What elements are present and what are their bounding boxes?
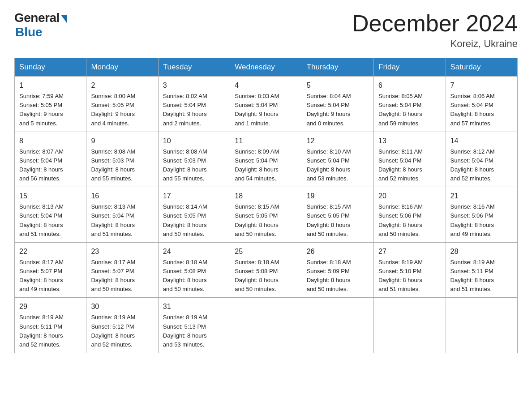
day-number: 17 bbox=[163, 191, 225, 201]
day-info: Sunrise: 8:16 AMSunset: 5:06 PMDaylight:… bbox=[450, 202, 513, 239]
logo-arrow-icon bbox=[61, 15, 67, 23]
day-info: Sunrise: 8:18 AMSunset: 5:09 PMDaylight:… bbox=[307, 258, 369, 294]
calendar-cell: 17Sunrise: 8:14 AMSunset: 5:05 PMDayligh… bbox=[158, 187, 230, 243]
location-text: Koreiz, Ukraine bbox=[352, 38, 518, 50]
calendar-cell: 20Sunrise: 8:16 AMSunset: 5:06 PMDayligh… bbox=[374, 187, 446, 243]
day-info: Sunrise: 8:03 AMSunset: 5:04 PMDaylight:… bbox=[235, 92, 297, 128]
day-info: Sunrise: 8:16 AMSunset: 5:06 PMDaylight:… bbox=[378, 202, 441, 239]
calendar-cell: 4Sunrise: 8:03 AMSunset: 5:04 PMDaylight… bbox=[230, 77, 302, 132]
calendar-header-row: SundayMondayTuesdayWednesdayThursdayFrid… bbox=[15, 58, 518, 77]
day-info: Sunrise: 8:13 AMSunset: 5:04 PMDaylight:… bbox=[19, 202, 82, 239]
weekday-header-wednesday: Wednesday bbox=[230, 58, 302, 77]
day-number: 31 bbox=[163, 301, 225, 312]
weekday-header-sunday: Sunday bbox=[15, 58, 86, 77]
month-title: December 2024 bbox=[352, 11, 518, 36]
day-number: 7 bbox=[450, 80, 513, 91]
day-info: Sunrise: 8:05 AMSunset: 5:04 PMDaylight:… bbox=[378, 92, 441, 128]
day-number: 1 bbox=[19, 80, 82, 91]
day-number: 3 bbox=[163, 80, 225, 91]
day-number: 8 bbox=[19, 136, 82, 146]
day-info: Sunrise: 8:04 AMSunset: 5:04 PMDaylight:… bbox=[307, 92, 369, 128]
calendar-cell bbox=[302, 298, 373, 353]
weekday-header-saturday: Saturday bbox=[446, 58, 517, 77]
calendar-cell: 22Sunrise: 8:17 AMSunset: 5:07 PMDayligh… bbox=[15, 242, 86, 298]
day-info: Sunrise: 8:19 AMSunset: 5:11 PMDaylight:… bbox=[450, 258, 513, 294]
calendar-week-row: 1Sunrise: 7:59 AMSunset: 5:05 PMDaylight… bbox=[15, 77, 518, 132]
calendar-cell: 14Sunrise: 8:12 AMSunset: 5:04 PMDayligh… bbox=[446, 132, 517, 187]
title-section: December 2024 Koreiz, Ukraine bbox=[352, 11, 518, 50]
day-number: 9 bbox=[91, 136, 153, 146]
day-number: 25 bbox=[235, 246, 297, 257]
day-info: Sunrise: 8:08 AMSunset: 5:03 PMDaylight:… bbox=[163, 147, 225, 184]
day-number: 5 bbox=[307, 80, 369, 91]
calendar-cell bbox=[446, 298, 517, 353]
day-number: 27 bbox=[378, 246, 441, 257]
day-number: 12 bbox=[307, 136, 369, 146]
day-number: 26 bbox=[307, 246, 369, 257]
calendar-cell bbox=[374, 298, 446, 353]
day-number: 30 bbox=[91, 301, 153, 312]
day-number: 16 bbox=[91, 191, 153, 201]
calendar-cell: 23Sunrise: 8:17 AMSunset: 5:07 PMDayligh… bbox=[86, 242, 158, 298]
day-number: 23 bbox=[91, 246, 153, 257]
calendar-cell: 7Sunrise: 8:06 AMSunset: 5:04 PMDaylight… bbox=[446, 77, 517, 132]
calendar-week-row: 8Sunrise: 8:07 AMSunset: 5:04 PMDaylight… bbox=[15, 132, 518, 187]
logo-general-text: General bbox=[14, 11, 60, 25]
calendar-cell: 6Sunrise: 8:05 AMSunset: 5:04 PMDaylight… bbox=[374, 77, 446, 132]
day-info: Sunrise: 8:08 AMSunset: 5:03 PMDaylight:… bbox=[91, 147, 153, 184]
day-info: Sunrise: 8:09 AMSunset: 5:04 PMDaylight:… bbox=[235, 147, 297, 184]
calendar-cell: 24Sunrise: 8:18 AMSunset: 5:08 PMDayligh… bbox=[158, 242, 230, 298]
calendar-cell: 21Sunrise: 8:16 AMSunset: 5:06 PMDayligh… bbox=[446, 187, 517, 243]
calendar-week-row: 29Sunrise: 8:19 AMSunset: 5:11 PMDayligh… bbox=[15, 298, 518, 353]
weekday-header-friday: Friday bbox=[374, 58, 446, 77]
calendar-cell: 29Sunrise: 8:19 AMSunset: 5:11 PMDayligh… bbox=[15, 298, 86, 353]
day-number: 11 bbox=[235, 136, 297, 146]
calendar-cell: 11Sunrise: 8:09 AMSunset: 5:04 PMDayligh… bbox=[230, 132, 302, 187]
day-number: 19 bbox=[307, 191, 369, 201]
calendar-cell: 2Sunrise: 8:00 AMSunset: 5:05 PMDaylight… bbox=[86, 77, 158, 132]
calendar-cell: 9Sunrise: 8:08 AMSunset: 5:03 PMDaylight… bbox=[86, 132, 158, 187]
day-info: Sunrise: 8:11 AMSunset: 5:04 PMDaylight:… bbox=[378, 147, 441, 184]
day-info: Sunrise: 8:15 AMSunset: 5:05 PMDaylight:… bbox=[235, 202, 297, 239]
day-info: Sunrise: 8:00 AMSunset: 5:05 PMDaylight:… bbox=[91, 92, 153, 128]
calendar-week-row: 15Sunrise: 8:13 AMSunset: 5:04 PMDayligh… bbox=[15, 187, 518, 243]
day-number: 6 bbox=[378, 80, 441, 91]
day-info: Sunrise: 8:18 AMSunset: 5:08 PMDaylight:… bbox=[235, 258, 297, 294]
day-info: Sunrise: 8:18 AMSunset: 5:08 PMDaylight:… bbox=[163, 258, 225, 294]
day-number: 4 bbox=[235, 80, 297, 91]
calendar-cell: 5Sunrise: 8:04 AMSunset: 5:04 PMDaylight… bbox=[302, 77, 373, 132]
calendar-cell bbox=[230, 298, 302, 353]
day-number: 10 bbox=[163, 136, 225, 146]
calendar-cell: 31Sunrise: 8:19 AMSunset: 5:13 PMDayligh… bbox=[158, 298, 230, 353]
calendar-cell: 8Sunrise: 8:07 AMSunset: 5:04 PMDaylight… bbox=[15, 132, 86, 187]
day-info: Sunrise: 8:06 AMSunset: 5:04 PMDaylight:… bbox=[450, 92, 513, 128]
day-info: Sunrise: 8:19 AMSunset: 5:11 PMDaylight:… bbox=[19, 313, 82, 349]
day-number: 21 bbox=[450, 191, 513, 201]
day-info: Sunrise: 7:59 AMSunset: 5:05 PMDaylight:… bbox=[19, 92, 82, 128]
calendar-cell: 12Sunrise: 8:10 AMSunset: 5:04 PMDayligh… bbox=[302, 132, 373, 187]
day-number: 14 bbox=[450, 136, 513, 146]
day-number: 18 bbox=[235, 191, 297, 201]
calendar-table: SundayMondayTuesdayWednesdayThursdayFrid… bbox=[14, 58, 518, 353]
calendar-cell: 3Sunrise: 8:02 AMSunset: 5:04 PMDaylight… bbox=[158, 77, 230, 132]
day-info: Sunrise: 8:14 AMSunset: 5:05 PMDaylight:… bbox=[163, 202, 225, 239]
calendar-cell: 13Sunrise: 8:11 AMSunset: 5:04 PMDayligh… bbox=[374, 132, 446, 187]
logo-blue-text: Blue bbox=[15, 25, 43, 39]
day-number: 20 bbox=[378, 191, 441, 201]
weekday-header-thursday: Thursday bbox=[302, 58, 373, 77]
calendar-week-row: 22Sunrise: 8:17 AMSunset: 5:07 PMDayligh… bbox=[15, 242, 518, 298]
day-info: Sunrise: 8:19 AMSunset: 5:10 PMDaylight:… bbox=[378, 258, 441, 294]
day-info: Sunrise: 8:10 AMSunset: 5:04 PMDaylight:… bbox=[307, 147, 369, 184]
calendar-cell: 30Sunrise: 8:19 AMSunset: 5:12 PMDayligh… bbox=[86, 298, 158, 353]
calendar-cell: 15Sunrise: 8:13 AMSunset: 5:04 PMDayligh… bbox=[15, 187, 86, 243]
weekday-header-monday: Monday bbox=[86, 58, 158, 77]
calendar-cell: 26Sunrise: 8:18 AMSunset: 5:09 PMDayligh… bbox=[302, 242, 373, 298]
calendar-cell: 19Sunrise: 8:15 AMSunset: 5:05 PMDayligh… bbox=[302, 187, 373, 243]
day-info: Sunrise: 8:17 AMSunset: 5:07 PMDaylight:… bbox=[19, 258, 82, 294]
day-info: Sunrise: 8:12 AMSunset: 5:04 PMDaylight:… bbox=[450, 147, 513, 184]
day-number: 22 bbox=[19, 246, 82, 257]
day-info: Sunrise: 8:19 AMSunset: 5:13 PMDaylight:… bbox=[163, 313, 225, 349]
day-number: 29 bbox=[19, 301, 82, 312]
day-number: 24 bbox=[163, 246, 225, 257]
day-number: 15 bbox=[19, 191, 82, 201]
